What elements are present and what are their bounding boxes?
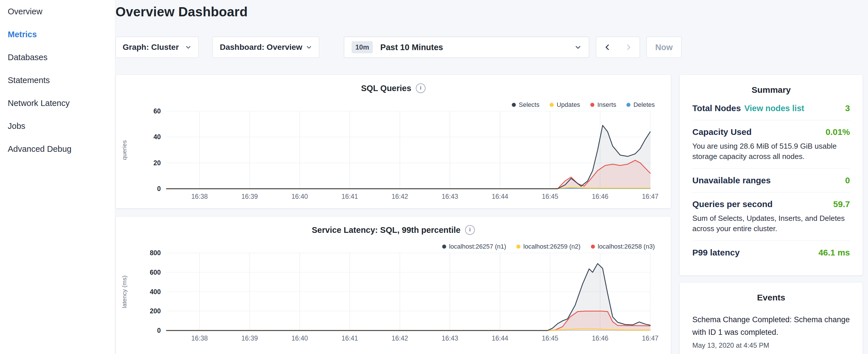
legend-dot-icon [626, 103, 630, 107]
legend-dot-icon [512, 103, 516, 107]
chevron-down-icon [185, 44, 191, 51]
summary-row-total-nodes: Total NodesView nodes list 3 [692, 97, 850, 120]
x-axis-tick-label: 16:41 [342, 193, 358, 200]
summary-description: Sum of Selects, Updates, Inserts, and De… [692, 213, 850, 234]
time-range-label: Past 10 Minutes [380, 43, 575, 52]
chevron-down-icon [306, 44, 312, 51]
dashboard-dropdown[interactable]: Dashboard: Overview [213, 37, 319, 58]
x-axis-tick-label: 16:44 [492, 193, 508, 200]
x-axis-tick-label: 16:47 [642, 334, 658, 342]
x-axis-tick-label: 16:38 [191, 334, 208, 342]
series-area-inserts [166, 160, 650, 189]
service-latency-chart[interactable]: 16:3816:3916:4016:4116:4216:4316:4416:45… [126, 250, 668, 344]
prev-time-button[interactable] [596, 37, 618, 58]
y-axis-tick-label: 400 [150, 288, 161, 296]
graph-dropdown[interactable]: Graph: Cluster [116, 37, 198, 58]
events-title: Events [680, 282, 863, 302]
sidebar-nav: OverviewMetricsDatabasesStatementsNetwor… [0, 0, 115, 160]
service-latency-chart-card: Service Latency: SQL, 99th percentile i … [116, 216, 671, 354]
y-axis-tick-label: 60 [153, 108, 161, 115]
summary-label: Total NodesView nodes list [692, 103, 804, 113]
legend-dot-icon [590, 103, 594, 107]
summary-row-capacity-used: Capacity Used 0.01% You are using 28.6 M… [692, 120, 850, 169]
legend-dot-icon [517, 245, 520, 249]
y-axis-tick-label: 200 [150, 307, 161, 315]
summary-label: Capacity Used [692, 127, 752, 137]
series-line-selects [166, 125, 650, 189]
summary-label: Queries per second [692, 199, 773, 209]
now-button[interactable]: Now [647, 37, 681, 58]
summary-value: 0.01% [826, 127, 850, 137]
x-axis-tick-label: 16:42 [392, 334, 408, 342]
next-time-button[interactable] [618, 37, 640, 58]
x-axis-tick-label: 16:43 [442, 334, 458, 342]
sidebar-item-overview[interactable]: Overview [0, 0, 115, 23]
time-range-dropdown[interactable]: 10m Past 10 Minutes [344, 37, 589, 58]
legend-dot-icon [591, 245, 595, 249]
event-item-text[interactable]: Schema Change Completed: Schema change w… [692, 313, 850, 339]
chart-title-sql-queries: SQL Queries [361, 84, 411, 93]
summary-row-p99-latency: P99 latency 46.1 ms [692, 241, 850, 264]
y-axis-tick-label: 0 [157, 327, 161, 334]
x-axis-tick-label: 16:47 [642, 193, 658, 200]
event-item-timestamp: May 13, 2020 at 4:45 PM [692, 342, 850, 349]
y-axis-tick-label: 600 [150, 269, 161, 276]
x-axis-tick-label: 16:45 [542, 193, 559, 200]
x-axis-tick-label: 16:42 [392, 193, 408, 200]
sidebar-item-metrics[interactable]: Metrics [0, 23, 115, 46]
x-axis-tick-label: 16:40 [291, 334, 308, 342]
sidebar-item-databases[interactable]: Databases [0, 46, 115, 69]
summary-value: 59.7 [833, 199, 850, 209]
summary-row-unavailable-ranges: Unavailable ranges 0 [692, 169, 850, 192]
chevron-right-icon [625, 43, 632, 51]
sidebar-item-jobs[interactable]: Jobs [0, 115, 115, 137]
time-range-badge: 10m [351, 41, 373, 53]
x-axis-tick-label: 16:38 [191, 193, 208, 200]
sidebar-item-network-latency[interactable]: Network Latency [0, 92, 115, 115]
sidebar-item-advanced-debug[interactable]: Advanced Debug [0, 137, 115, 160]
x-axis-tick-label: 16:44 [492, 334, 508, 342]
legend-dot-icon [550, 103, 554, 107]
x-axis-tick-label: 16:46 [592, 334, 608, 342]
sidebar-item-statements[interactable]: Statements [0, 69, 115, 92]
summary-panel: Summary Total NodesView nodes list 3 Cap… [679, 74, 863, 276]
sidebar: OverviewMetricsDatabasesStatementsNetwor… [0, 0, 115, 354]
x-axis-tick-label: 16:45 [542, 334, 559, 342]
summary-value: 3 [845, 103, 850, 113]
info-icon[interactable]: i [416, 83, 426, 93]
x-axis-tick-label: 16:43 [442, 193, 458, 200]
x-axis-tick-label: 16:40 [291, 193, 308, 200]
summary-description: You are using 28.6 MiB of 515.9 GiB usab… [692, 141, 850, 162]
now-button-label: Now [655, 43, 673, 52]
chart-title-service-latency: Service Latency: SQL, 99th percentile [312, 225, 461, 235]
y-axis-tick-label: 0 [157, 185, 161, 192]
events-panel: Events Schema Change Completed: Schema c… [679, 282, 863, 354]
view-nodes-link[interactable]: View nodes list [744, 104, 804, 113]
x-axis-tick-label: 16:39 [241, 334, 258, 342]
summary-label: P99 latency [692, 248, 740, 257]
sql-queries-chart[interactable]: 16:3816:3916:4016:4116:4216:4316:4416:45… [126, 108, 668, 202]
dashboard-dropdown-label: Dashboard: Overview [220, 43, 302, 52]
sql-queries-chart-card: SQL Queries i SelectsUpdatesInsertsDelet… [116, 74, 671, 208]
summary-label: Unavailable ranges [692, 175, 771, 185]
x-axis-tick-label: 16:46 [592, 193, 608, 200]
page-title: Overview Dashboard [116, 4, 248, 20]
y-axis-tick-label: 800 [150, 250, 161, 257]
summary-title: Summary [680, 75, 863, 95]
series-area-localhost-26258-n3- [166, 311, 650, 330]
legend-dot-icon [442, 245, 446, 249]
summary-value: 0 [845, 175, 850, 185]
y-axis-tick-label: 40 [153, 133, 161, 141]
graph-dropdown-label: Graph: Cluster [123, 43, 179, 52]
summary-value: 46.1 ms [818, 248, 850, 257]
x-axis-tick-label: 16:39 [241, 193, 258, 200]
summary-row-queries-per-second: Queries per second 59.7 Sum of Selects, … [692, 192, 850, 241]
chevron-down-icon [575, 44, 582, 51]
chevron-left-icon [603, 43, 611, 51]
x-axis-tick-label: 16:41 [342, 334, 358, 342]
y-axis-tick-label: 20 [153, 159, 161, 167]
info-icon[interactable]: i [465, 225, 475, 235]
series-area-selects [166, 125, 650, 189]
